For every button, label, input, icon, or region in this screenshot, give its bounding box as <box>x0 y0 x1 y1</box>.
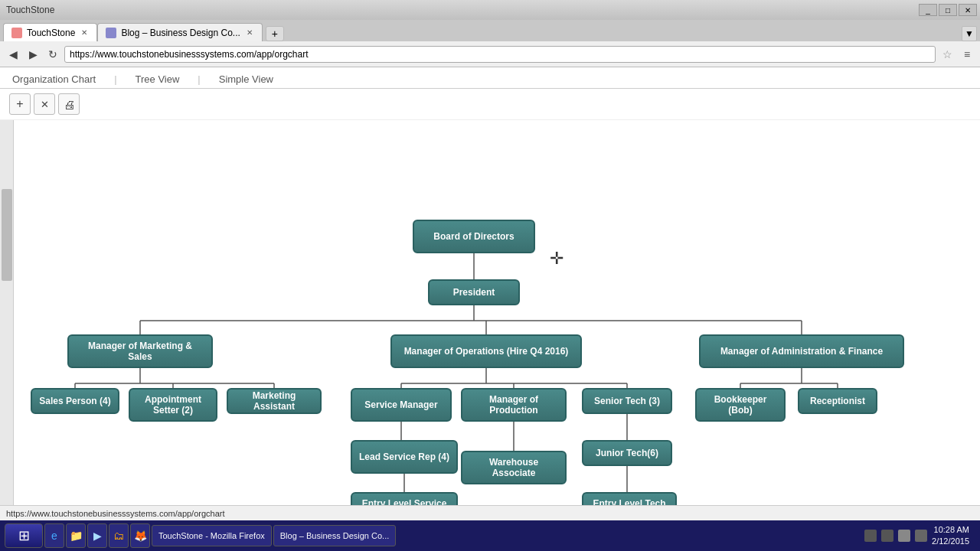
tab-blog[interactable]: Blog – Business Design Co... ✕ <box>97 23 262 41</box>
window-title: TouchStone <box>6 5 54 15</box>
taskbar-explorer-btn[interactable]: 🗂 <box>109 523 129 548</box>
org-node-bod[interactable]: Board of Directors <box>413 220 535 253</box>
org-node-ma[interactable]: Marketing Assistant <box>227 388 322 414</box>
minimize-btn[interactable]: _ <box>919 4 937 16</box>
taskbar-tray: 10:28 AM 2/12/2015 <box>858 520 975 551</box>
scrollbar-thumb <box>2 189 12 281</box>
tray-icon-1 <box>864 530 877 542</box>
orgchart-area: Board of Directors President Manager of … <box>0 120 980 505</box>
tab-touchstone[interactable]: TouchStone ✕ <box>3 23 97 41</box>
close-btn[interactable]: ✕ <box>959 4 977 16</box>
status-url: https://www.touchstonebusinesssystems.co… <box>6 509 225 518</box>
status-bar: https://www.touchstonebusinesssystems.co… <box>0 505 980 520</box>
tab-bar: TouchStone ✕ Blog – Business Design Co..… <box>0 20 980 41</box>
org-node-president[interactable]: President <box>428 279 520 305</box>
chart-toolbar: + ✕ 🖨 <box>0 89 980 120</box>
org-node-lsr[interactable]: Lead Service Rep (4) <box>351 440 458 474</box>
org-node-maf[interactable]: Manager of Administration & Finance <box>699 334 904 368</box>
org-node-st[interactable]: Senior Tech (3) <box>582 388 672 414</box>
media-icon: ▶ <box>93 530 102 542</box>
new-tab-btn[interactable]: + <box>266 26 284 41</box>
org-node-wa[interactable]: Warehouse Associate <box>461 451 567 484</box>
nav-tab-orgchart[interactable]: Organization Chart <box>6 70 102 88</box>
taskbar-folder-btn[interactable]: 📁 <box>66 523 86 548</box>
ie-icon: e <box>51 530 57 542</box>
org-node-bk[interactable]: Bookkeeper (Bob) <box>695 388 786 422</box>
title-bar: TouchStone _ □ ✕ <box>0 0 980 20</box>
tab-icon-blog <box>106 28 116 38</box>
taskbar-blog-btn[interactable]: Blog – Business Design Co... <box>273 525 396 546</box>
remove-btn[interactable]: ✕ <box>34 93 55 115</box>
taskbar-media-btn[interactable]: ▶ <box>87 523 107 548</box>
folder-icon: 📁 <box>70 530 83 542</box>
page-content: Organization Chart | Tree View | Simple … <box>0 67 980 520</box>
menu-btn[interactable]: ≡ <box>959 46 975 63</box>
tab-list-btn[interactable]: ▼ <box>962 26 977 41</box>
taskbar-ie-btn[interactable]: e <box>44 523 64 548</box>
print-btn[interactable]: 🖨 <box>58 93 80 115</box>
nav-tab-simpleview[interactable]: Simple View <box>213 70 279 88</box>
tray-icon-3 <box>898 530 910 542</box>
taskbar-firefox-btn[interactable]: 🦊 <box>130 523 150 548</box>
connector-lines <box>14 120 980 505</box>
explorer-icon: 🗂 <box>113 530 124 542</box>
reload-btn[interactable]: ↻ <box>44 46 61 63</box>
org-node-sp[interactable]: Sales Person (4) <box>31 388 119 414</box>
add-btn[interactable]: + <box>9 93 31 115</box>
taskbar-touchstone-btn[interactable]: TouchStone - Mozilla Firefox <box>152 525 272 546</box>
org-node-sm[interactable]: Service Manager <box>351 388 452 422</box>
org-node-mop[interactable]: Manager of Operations (Hire Q4 2016) <box>390 334 582 368</box>
taskbar-blog-label: Blog – Business Design Co... <box>280 531 389 540</box>
tray-icon-4 <box>915 530 927 542</box>
bookmark-star[interactable]: ☆ <box>939 46 956 63</box>
org-node-as[interactable]: Appointment Setter (2) <box>129 388 217 422</box>
tab-icon <box>11 28 22 38</box>
address-bar[interactable] <box>64 46 936 63</box>
org-node-mp[interactable]: Manager of Production <box>461 388 567 422</box>
forward-btn[interactable]: ▶ <box>24 46 41 63</box>
move-cursor-icon: ✛ <box>550 249 564 269</box>
org-node-elsr[interactable]: Entry Level Service Rep (3) <box>351 492 458 505</box>
start-icon: ⊞ <box>18 527 30 544</box>
left-scrollbar[interactable] <box>0 120 14 505</box>
tab-blog-close-btn[interactable]: ✕ <box>245 28 254 37</box>
start-button[interactable]: ⊞ <box>5 523 43 548</box>
back-btn[interactable]: ◀ <box>5 46 21 63</box>
firefox-icon: 🦊 <box>134 530 147 542</box>
nav-tab-treeview[interactable]: Tree View <box>129 70 186 88</box>
org-node-rec[interactable]: Receptionist <box>798 388 877 414</box>
tray-time: 10:28 AM 2/12/2015 <box>932 524 969 548</box>
tray-icon-2 <box>881 530 893 542</box>
tab-label: TouchStone <box>27 28 75 38</box>
tab-blog-label: Blog – Business Design Co... <box>121 28 240 38</box>
page-nav-tabs: Organization Chart | Tree View | Simple … <box>0 67 980 89</box>
restore-btn[interactable]: □ <box>939 4 957 16</box>
org-node-jt[interactable]: Junior Tech(6) <box>582 440 672 466</box>
browser-window: TouchStone _ □ ✕ TouchStone ✕ Blog – Bus… <box>0 0 980 551</box>
browser-controls: ◀ ▶ ↻ ☆ ≡ <box>0 41 980 67</box>
taskbar: ⊞ e 📁 ▶ 🗂 🦊 TouchStone - Mozilla Firefox… <box>0 520 980 551</box>
org-node-mms[interactable]: Manager of Marketing & Sales <box>67 334 213 368</box>
taskbar-touchstone-label: TouchStone - Mozilla Firefox <box>158 531 265 540</box>
tab-close-btn[interactable]: ✕ <box>80 28 89 37</box>
org-node-elt[interactable]: Entry Level Tech (5) <box>582 492 677 505</box>
